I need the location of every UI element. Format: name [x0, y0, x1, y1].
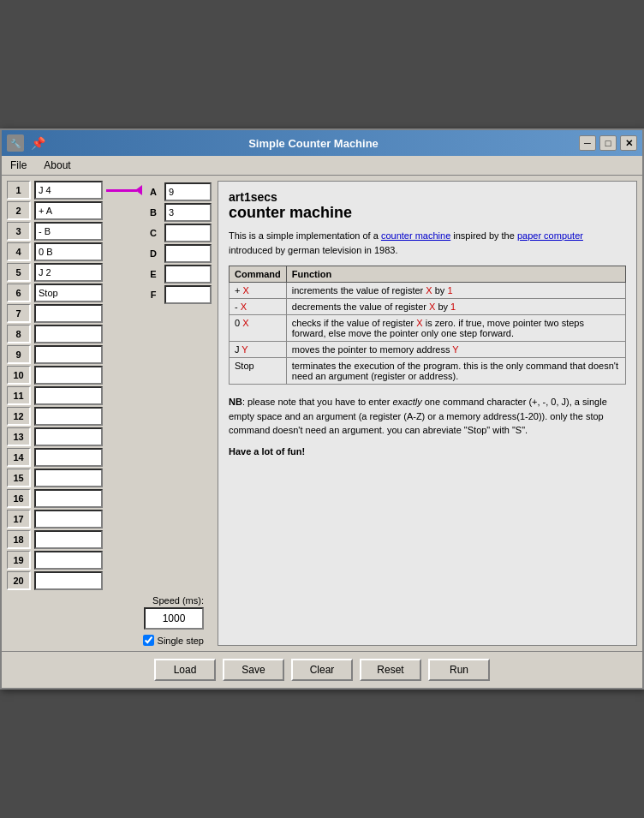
program-row-11: 11 — [7, 386, 140, 405]
speed-input[interactable] — [144, 607, 204, 630]
main-content: 1234567891011121314151617181920 ABCDEF S… — [2, 176, 642, 651]
title-bar: 🔧 📌 Simple Counter Machine ─ □ ✕ — [2, 130, 642, 156]
row-input-6[interactable] — [34, 284, 103, 302]
program-row-19: 19 — [7, 551, 140, 570]
row-input-5[interactable] — [34, 263, 103, 282]
row-input-19[interactable] — [34, 551, 103, 570]
register-row-D: D — [146, 244, 212, 263]
row-input-3[interactable] — [34, 222, 103, 241]
clear-button[interactable]: Clear — [291, 659, 353, 681]
menu-bar: File About — [2, 156, 642, 176]
program-row-4: 4 — [7, 242, 140, 261]
row-number-12: 12 — [7, 407, 31, 426]
row-number-18: 18 — [7, 530, 31, 549]
program-row-14: 14 — [7, 448, 140, 467]
main-window: 🔧 📌 Simple Counter Machine ─ □ ✕ File Ab… — [0, 128, 644, 690]
row-input-16[interactable] — [34, 489, 103, 508]
row-number-15: 15 — [7, 469, 31, 487]
row-input-1[interactable] — [34, 181, 103, 200]
program-row-15: 15 — [7, 469, 140, 487]
row-input-7[interactable] — [34, 304, 103, 323]
command-cell: Stop — [230, 358, 287, 385]
row-input-14[interactable] — [34, 448, 103, 467]
registers-section: ABCDEF — [146, 181, 212, 590]
register-row-E: E — [146, 265, 212, 284]
row-number-10: 10 — [7, 366, 31, 385]
single-step-checkbox[interactable] — [143, 635, 154, 646]
register-label-E: E — [146, 269, 161, 279]
bottom-bar: Load Save Clear Reset Run — [2, 651, 642, 688]
row-number-7: 7 — [7, 304, 31, 323]
about-menu[interactable]: About — [40, 158, 74, 173]
function-header: Function — [286, 266, 625, 283]
row-number-4: 4 — [7, 242, 31, 261]
register-input-F[interactable] — [164, 285, 212, 304]
register-label-F: F — [146, 290, 161, 300]
register-input-C[interactable] — [164, 224, 212, 242]
columns-wrapper: 1234567891011121314151617181920 ABCDEF — [7, 181, 212, 590]
pin-icon: 📌 — [29, 134, 46, 152]
register-input-E[interactable] — [164, 265, 212, 284]
row-number-16: 16 — [7, 489, 31, 508]
row-input-18[interactable] — [34, 530, 103, 549]
arrow-line — [106, 189, 137, 192]
reset-button[interactable]: Reset — [360, 659, 421, 681]
fun-text: Have a lot of fun! — [229, 446, 626, 457]
save-button[interactable]: Save — [223, 659, 284, 681]
register-input-A[interactable] — [164, 182, 212, 201]
row-input-2[interactable] — [34, 201, 103, 220]
counter-machine-link[interactable]: counter machine — [381, 230, 450, 241]
register-row-B: B — [146, 203, 212, 222]
description: This is a simple implementation of a cou… — [229, 229, 626, 257]
minimize-button[interactable]: ─ — [579, 135, 596, 151]
row-input-12[interactable] — [34, 407, 103, 426]
program-row-9: 9 — [7, 345, 140, 364]
row-number-8: 8 — [7, 325, 31, 343]
register-label-A: A — [146, 187, 161, 197]
table-row: + Xincrements the value of register X by… — [230, 283, 626, 299]
row-input-4[interactable] — [34, 242, 103, 261]
row-number-14: 14 — [7, 448, 31, 467]
row-input-9[interactable] — [34, 345, 103, 364]
row-input-13[interactable] — [34, 427, 103, 446]
file-menu[interactable]: File — [7, 158, 30, 173]
table-row: Stopterminates the execution of the prog… — [230, 358, 626, 385]
window-title: Simple Counter Machine — [48, 137, 579, 150]
register-input-D[interactable] — [164, 244, 212, 263]
app-subtitle: counter machine — [229, 204, 626, 222]
left-panel: 1234567891011121314151617181920 ABCDEF S… — [7, 181, 212, 646]
row-input-8[interactable] — [34, 325, 103, 343]
single-step-row: Single step — [143, 635, 204, 646]
program-row-13: 13 — [7, 427, 140, 446]
maximize-button[interactable]: □ — [599, 135, 617, 151]
row-number-11: 11 — [7, 386, 31, 405]
run-button[interactable]: Run — [428, 659, 490, 681]
speed-label: Speed (ms): — [152, 595, 204, 606]
row-input-11[interactable] — [34, 386, 103, 405]
program-row-3: 3 — [7, 222, 140, 241]
load-button[interactable]: Load — [154, 659, 216, 681]
function-cell: increments the value of register X by 1 — [286, 283, 625, 299]
program-row-8: 8 — [7, 325, 140, 343]
program-row-16: 16 — [7, 489, 140, 508]
command-cell: 0 X — [230, 315, 287, 342]
function-cell: terminates the execution of the program.… — [286, 358, 625, 385]
window-controls: ─ □ ✕ — [579, 135, 637, 151]
command-table: Command Function + Xincrements the value… — [229, 266, 626, 385]
row-input-10[interactable] — [34, 366, 103, 385]
row-input-15[interactable] — [34, 469, 103, 487]
right-panel: art1secs counter machine This is a simpl… — [218, 181, 637, 646]
single-step-label: Single step — [158, 636, 204, 646]
command-cell: - X — [230, 299, 287, 315]
row-number-1: 1 — [7, 181, 31, 200]
paper-computer-link[interactable]: paper computer — [517, 230, 583, 241]
row-number-5: 5 — [7, 263, 31, 282]
row-input-17[interactable] — [34, 510, 103, 528]
row-input-20[interactable] — [34, 571, 103, 590]
table-row: 0 Xchecks if the value of register X is … — [230, 315, 626, 342]
command-cell: + X — [230, 283, 287, 299]
register-input-B[interactable] — [164, 203, 212, 222]
close-button[interactable]: ✕ — [620, 135, 637, 151]
row-number-2: 2 — [7, 201, 31, 220]
function-cell: moves the pointer to memory address Y — [286, 342, 625, 358]
